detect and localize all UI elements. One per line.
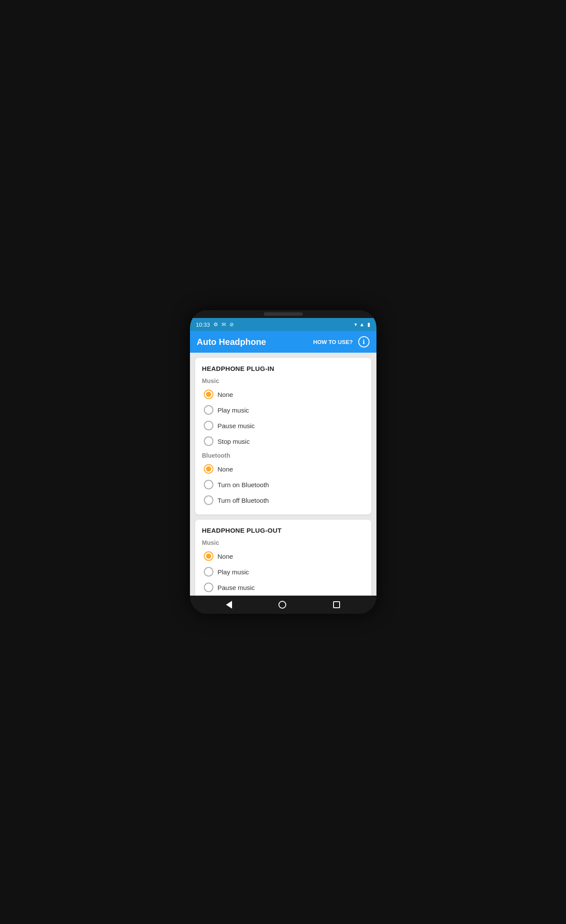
info-button[interactable]: ℹ [358, 336, 370, 347]
list-item[interactable]: Stop music [202, 434, 364, 449]
list-item[interactable]: Pause music [202, 418, 364, 433]
home-button[interactable] [278, 601, 286, 609]
radio-label: Pause music [218, 584, 255, 591]
radio-label: None [218, 553, 233, 560]
content-area: HEADPHONE PLUG-IN Music None Play music … [190, 353, 376, 596]
list-item[interactable]: Turn on Bluetooth [202, 477, 364, 492]
list-item[interactable]: None [202, 387, 364, 402]
phone-frame: 10:33 ⚙ ✉ ⊘ ▾ ▲ ▮ Auto Headphone HOW TO … [190, 310, 376, 614]
radio-none-music-plug-in[interactable] [204, 390, 213, 399]
list-item[interactable]: Play music [202, 564, 364, 579]
plug-out-music-label: Music [202, 539, 364, 546]
plug-out-title: HEADPHONE PLUG-OUT [202, 527, 364, 534]
settings-icon: ⚙ [213, 321, 218, 328]
plug-in-music-label: Music [202, 377, 364, 384]
app-title: Auto Headphone [197, 337, 266, 347]
back-icon [226, 601, 232, 609]
plug-in-music-group: None Play music Pause music Stop music [202, 387, 364, 449]
radio-label: None [218, 465, 233, 473]
status-bar: 10:33 ⚙ ✉ ⊘ ▾ ▲ ▮ [190, 318, 376, 331]
radio-label: Turn off Bluetooth [218, 497, 269, 504]
list-item[interactable]: Pause music [202, 580, 364, 595]
signal-icon: ▲ [360, 321, 365, 328]
plug-in-bluetooth-label: Bluetooth [202, 452, 364, 459]
plug-out-music-group: None Play music Pause music Stop music [202, 549, 364, 596]
radio-label: Stop music [218, 438, 250, 445]
list-item[interactable]: None [202, 549, 364, 564]
battery-icon: ▮ [367, 321, 370, 328]
recents-icon [333, 601, 340, 608]
plug-out-card: HEADPHONE PLUG-OUT Music None Play music… [195, 520, 371, 596]
back-button[interactable] [226, 601, 232, 609]
home-icon [278, 601, 286, 609]
plug-in-bluetooth-group: None Turn on Bluetooth Turn off Bluetoot… [202, 462, 364, 508]
header-actions: HOW TO USE? ℹ [313, 336, 369, 347]
radio-bt-off-plug-in[interactable] [204, 495, 213, 505]
radio-bt-on-plug-in[interactable] [204, 480, 213, 489]
mail-icon: ✉ [222, 321, 226, 328]
app-header: Auto Headphone HOW TO USE? ℹ [190, 331, 376, 353]
radio-pause-music-plug-out[interactable] [204, 583, 213, 592]
radio-label: None [218, 391, 233, 398]
plug-in-card: HEADPHONE PLUG-IN Music None Play music … [195, 358, 371, 514]
radio-pause-music-plug-in[interactable] [204, 421, 213, 430]
list-item[interactable]: None [202, 462, 364, 476]
radio-play-music-plug-in[interactable] [204, 405, 213, 415]
radio-label: Play music [218, 568, 249, 576]
recents-button[interactable] [333, 601, 340, 608]
radio-stop-music-plug-in[interactable] [204, 436, 213, 446]
nav-bar [190, 596, 376, 614]
radio-label: Turn on Bluetooth [218, 481, 269, 488]
status-left: 10:33 ⚙ ✉ ⊘ [196, 321, 234, 328]
radio-play-music-plug-out[interactable] [204, 567, 213, 577]
status-time: 10:33 [196, 321, 210, 328]
list-item[interactable]: Play music [202, 403, 364, 417]
list-item[interactable]: Turn off Bluetooth [202, 493, 364, 508]
radio-none-music-plug-out[interactable] [204, 551, 213, 561]
radio-label: Pause music [218, 422, 255, 429]
blocked-icon: ⊘ [229, 321, 234, 328]
how-to-use-button[interactable]: HOW TO USE? [313, 339, 353, 345]
wifi-icon: ▾ [354, 321, 357, 328]
phone-notch [264, 312, 303, 316]
radio-label: Play music [218, 406, 249, 414]
radio-none-bt-plug-in[interactable] [204, 464, 213, 474]
plug-in-title: HEADPHONE PLUG-IN [202, 365, 364, 372]
phone-top-bar [190, 310, 376, 318]
status-right: ▾ ▲ ▮ [354, 321, 370, 328]
